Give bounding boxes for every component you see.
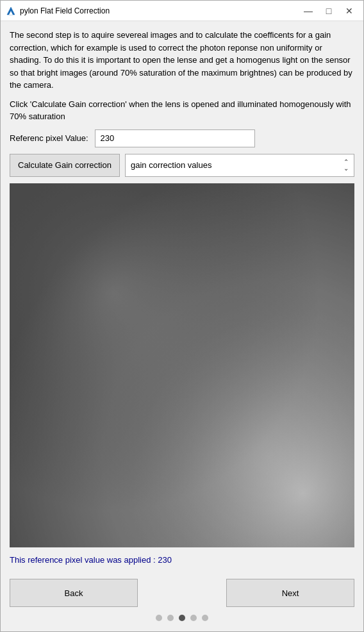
flat-field-image [10,183,354,548]
dot-5 [202,615,208,621]
progress-dots [10,612,354,624]
dropdown-arrow-icon: ⌃ ⌄ [343,159,349,172]
back-button[interactable]: Back [10,579,138,607]
status-text: This reference pixel value was applied :… [10,554,354,566]
svg-rect-6 [10,183,354,548]
controls-row: Calculate Gain correction gain correctio… [10,154,354,177]
dot-4 [190,615,197,621]
dot-1 [156,615,162,621]
title-bar: pylon Flat Field Correction — □ ✕ [1,1,363,21]
instruction-text: Click 'Calculate Gain correction' when t… [10,98,354,123]
app-icon [6,6,16,16]
dot-2 [167,615,174,621]
main-window: pylon Flat Field Correction — □ ✕ The se… [0,0,364,632]
window-controls: — □ ✕ [299,4,358,18]
image-container [10,183,354,548]
footer: Back Next [1,574,363,631]
dot-3 [179,615,185,621]
reference-label: Referenc pixel Value: [10,133,88,143]
description-text: The second step is to aquire severeal im… [10,29,354,92]
dropdown-control[interactable]: gain correction values ⌃ ⌄ [125,154,354,177]
main-content: The second step is to aquire severeal im… [1,21,363,574]
close-button[interactable]: ✕ [340,4,358,18]
next-button[interactable]: Next [226,579,354,607]
maximize-button[interactable]: □ [320,4,338,18]
dropdown-text: gain correction values [131,160,338,170]
calculate-gain-button[interactable]: Calculate Gain correction [10,154,120,177]
buttons-row: Back Next [10,579,354,607]
reference-row: Referenc pixel Value: [10,129,354,147]
window-title: pylon Flat Field Correction [20,6,299,15]
reference-input[interactable] [95,129,255,147]
minimize-button[interactable]: — [299,4,317,18]
